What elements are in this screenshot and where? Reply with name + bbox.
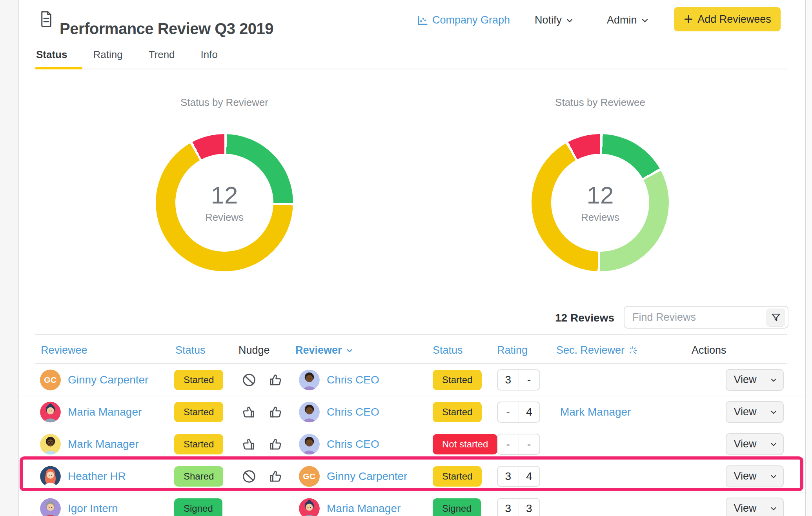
- avatar: [299, 369, 320, 390]
- left-panel-gutter: [0, 0, 19, 516]
- reviewer-cell: GCGinny Carpenter: [299, 466, 407, 487]
- reviewer-cell: Maria Manager: [299, 498, 401, 516]
- reviewer-link[interactable]: Ginny Carpenter: [327, 470, 407, 483]
- reviewee-link[interactable]: Mark Manager: [68, 438, 139, 451]
- column-actions: Actions: [692, 344, 726, 356]
- reviewer-status-badge: Not started: [433, 434, 497, 454]
- column-rating[interactable]: Rating: [497, 344, 528, 356]
- search-input[interactable]: [624, 307, 766, 328]
- sec-reviewer-link[interactable]: Mark Manager: [560, 406, 631, 418]
- avatar-initials: GC: [40, 369, 61, 390]
- reviewer-status-badge: Signed: [433, 498, 481, 516]
- reviewee-status-badge: Signed: [174, 498, 222, 516]
- thumb-up-left-icon[interactable]: [241, 404, 257, 420]
- avatar: [40, 498, 61, 516]
- thumb-up-icon[interactable]: [267, 436, 283, 452]
- reviewee-link[interactable]: Igor Intern: [68, 502, 118, 515]
- donut-chart-status-by-reviewee: 12 Reviews: [532, 134, 669, 271]
- add-reviewees-button[interactable]: Add Reviewees: [674, 7, 781, 31]
- no-nudge-icon[interactable]: [241, 469, 257, 484]
- rating-self: 3: [498, 370, 519, 390]
- view-dropdown-toggle[interactable]: [764, 434, 783, 454]
- donut-center-label: Reviews: [581, 211, 619, 223]
- chevron-down-icon: [769, 472, 778, 481]
- thumb-up-left-icon[interactable]: [241, 436, 257, 452]
- nudge-actions: [241, 436, 283, 452]
- thumb-up-icon[interactable]: [267, 404, 283, 420]
- view-button[interactable]: View: [726, 498, 784, 516]
- rating-reviewer: -: [519, 434, 540, 454]
- view-dropdown-toggle[interactable]: [764, 466, 783, 487]
- plus-icon: [683, 14, 694, 24]
- reviewee-cell: Maria Manager: [40, 402, 142, 422]
- nudge-actions: [241, 372, 283, 388]
- reviewer-link[interactable]: Chris CEO: [327, 374, 379, 386]
- reviewee-cell: GCGinny Carpenter: [40, 369, 148, 390]
- column-nudge: Nudge: [239, 344, 270, 356]
- rating-reviewer: 4: [519, 467, 540, 486]
- view-dropdown-toggle[interactable]: [764, 498, 783, 516]
- donut-center-label: Reviews: [205, 211, 244, 223]
- table-header: Reviewee Status Nudge Reviewer Status Ra…: [0, 334, 812, 364]
- reviewee-status-badge: Started: [174, 434, 223, 454]
- rating-self: -: [498, 402, 519, 422]
- scatter-chart-icon: [417, 15, 428, 26]
- reviewer-link[interactable]: Maria Manager: [327, 502, 401, 515]
- reviewer-link[interactable]: Chris CEO: [327, 438, 379, 451]
- reviewee-link[interactable]: Maria Manager: [68, 406, 142, 418]
- chevron-down-icon: [769, 504, 778, 513]
- reviewee-status-badge: Started: [174, 402, 223, 422]
- avatar: [299, 402, 320, 422]
- funnel-icon: [770, 312, 781, 323]
- table-row: GCGinny CarpenterStartedChris CEOStarted…: [0, 364, 812, 396]
- tabs-divider: [35, 69, 787, 69]
- no-nudge-icon[interactable]: [241, 372, 257, 388]
- column-status-reviewer[interactable]: Status: [433, 344, 463, 356]
- tab-trend[interactable]: Trend: [148, 46, 176, 63]
- scrollbar-track[interactable]: [805, 0, 812, 516]
- column-status-reviewee[interactable]: Status: [175, 344, 206, 356]
- chevron-down-icon: [769, 376, 778, 384]
- avatar-initials: GC: [299, 466, 320, 487]
- column-reviewee[interactable]: Reviewee: [41, 344, 87, 356]
- tab-bar: Status Rating Trend Info: [35, 46, 218, 63]
- tab-rating[interactable]: Rating: [92, 46, 123, 63]
- company-graph-link[interactable]: Company Graph: [417, 14, 510, 26]
- view-button[interactable]: View: [726, 465, 784, 487]
- tab-info[interactable]: Info: [200, 46, 218, 63]
- view-button[interactable]: View: [726, 433, 784, 455]
- table-row: Igor InternSignedMaria ManagerSigned33Vi…: [0, 492, 812, 516]
- admin-menu[interactable]: Admin: [607, 14, 650, 26]
- column-sec-reviewer[interactable]: Sec. Reviewer: [556, 344, 638, 356]
- thumb-up-icon[interactable]: [267, 372, 283, 388]
- notify-menu[interactable]: Notify: [535, 14, 574, 26]
- rating-box: -4: [497, 402, 540, 423]
- thumb-up-icon[interactable]: [267, 469, 283, 484]
- view-button[interactable]: View: [726, 401, 784, 423]
- donut-chart-status-by-reviewer: 12 Reviews: [156, 134, 293, 271]
- tab-status[interactable]: Status: [35, 46, 68, 63]
- reviewer-status-badge: Started: [433, 466, 482, 487]
- reviewer-cell: Chris CEO: [299, 402, 379, 422]
- sparkle-icon: [628, 345, 638, 356]
- chevron-down-icon: [769, 440, 778, 449]
- reviewer-link[interactable]: Chris CEO: [327, 406, 379, 418]
- rating-reviewer: 4: [519, 402, 540, 422]
- nudge-actions: [241, 404, 283, 420]
- view-dropdown-toggle[interactable]: [764, 402, 783, 422]
- view-dropdown-toggle[interactable]: [764, 370, 783, 390]
- find-reviews-search: [624, 306, 788, 329]
- avatar: [40, 434, 61, 454]
- avatar: [299, 498, 320, 516]
- reviewee-link[interactable]: Ginny Carpenter: [68, 374, 148, 386]
- view-button[interactable]: View: [726, 369, 784, 391]
- filter-button[interactable]: [766, 309, 785, 327]
- rating-box: 3-: [497, 369, 540, 391]
- reviewee-status-badge: Started: [174, 370, 223, 390]
- page-title: Performance Review Q3 2019: [60, 20, 273, 38]
- avatar: [40, 466, 61, 487]
- table-row: Heather HRSharedGCGinny CarpenterStarted…: [0, 460, 812, 492]
- reviewee-link[interactable]: Heather HR: [68, 470, 126, 483]
- reviews-count: 12 Reviews: [544, 312, 614, 324]
- column-reviewer-sorted[interactable]: Reviewer: [295, 344, 354, 356]
